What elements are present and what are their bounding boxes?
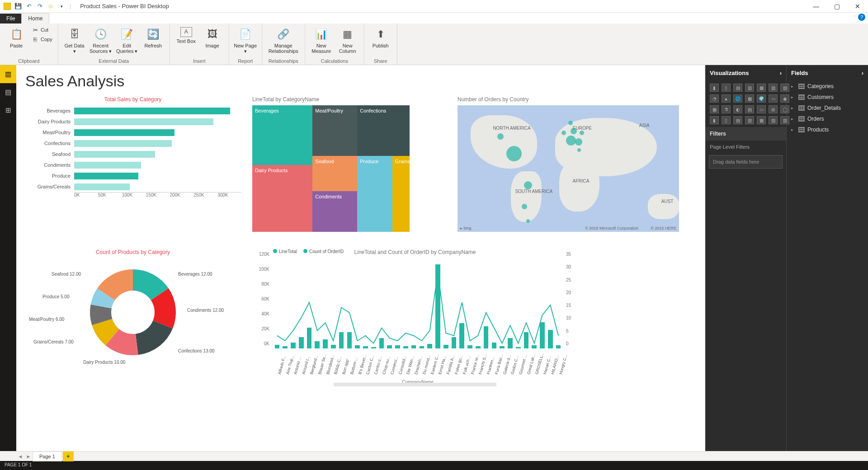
cut-button[interactable]: ✂Cut (30, 25, 54, 34)
combo-bar[interactable] (524, 332, 529, 348)
bar-row[interactable]: Seafood (24, 149, 241, 160)
treemap-cell[interactable]: Meat/Poultry (312, 105, 357, 156)
chevron-right-icon[interactable]: › (862, 70, 863, 76)
model-view-icon[interactable]: ⊞ (0, 101, 16, 119)
viz-type-icon[interactable]: ▦ (757, 116, 766, 124)
combo-bar[interactable] (500, 346, 505, 348)
viz-type-icon[interactable]: ◐ (733, 105, 742, 113)
treemap-cell[interactable]: Seafood (312, 156, 357, 191)
combo-bar[interactable] (331, 345, 336, 348)
viz-type-icon[interactable]: ▤ (733, 84, 742, 92)
filters-dropzone[interactable]: Drag data fields here (709, 155, 783, 169)
treemap-cell[interactable]: Confections (357, 105, 410, 156)
field-table-row[interactable]: ▸Orders (787, 113, 868, 124)
combo-bar[interactable] (275, 345, 280, 348)
paste-button[interactable]: 📋Paste (4, 25, 29, 50)
treemap-cell[interactable]: Grains... (392, 156, 410, 232)
undo-icon[interactable]: ↶ (24, 2, 33, 11)
combo-bar[interactable] (556, 345, 561, 348)
viz-type-icon[interactable]: ⊞ (769, 105, 778, 113)
minimize-button[interactable]: — (806, 0, 826, 13)
tab-file[interactable]: File (0, 14, 21, 24)
viz-type-icon[interactable]: 🌐 (733, 94, 742, 103)
viz-type-icon[interactable]: ▮ (710, 116, 719, 124)
page-prev-icon[interactable]: ◄ (16, 454, 24, 459)
treemap-cell[interactable]: Dairy Products (252, 165, 312, 232)
bar-row[interactable]: Confections (24, 138, 241, 149)
viz-type-icon[interactable]: ▭ (757, 105, 766, 113)
viz-type-icon[interactable]: ▤ (745, 105, 754, 113)
report-canvas[interactable]: Sales Analysis Total Sales by Category B… (16, 65, 705, 451)
combo-bar[interactable] (299, 337, 304, 348)
map-orders-country[interactable]: Number of Orders by Country NORTH AMERIC… (458, 96, 679, 241)
recent-sources-button[interactable]: 🕓Recent Sources ▾ (88, 25, 113, 56)
combo-bar[interactable] (467, 345, 472, 348)
combo-bar[interactable] (459, 323, 464, 348)
combo-bar[interactable] (403, 346, 408, 348)
combo-bar[interactable] (484, 326, 489, 349)
new-page-button[interactable]: 📄New Page ▾ (233, 25, 258, 56)
chevron-right-icon[interactable]: › (780, 70, 782, 76)
combo-bar[interactable] (307, 328, 312, 348)
viz-type-icon[interactable]: ▭ (769, 94, 778, 103)
image-button[interactable]: 🖼Image (200, 25, 225, 50)
combo-chart-company[interactable]: LineTotal and Count of OrderID by Compan… (252, 249, 578, 385)
viz-type-icon[interactable]: ◔ (710, 94, 719, 103)
copy-button[interactable]: ⎘Copy (30, 35, 54, 44)
combo-bar[interactable] (508, 338, 513, 348)
viz-type-icon[interactable]: ⚗ (722, 105, 731, 113)
refresh-button[interactable]: 🔄Refresh (141, 25, 166, 56)
viz-type-icon[interactable]: 🌍 (757, 94, 766, 103)
bar-chart-total-sales[interactable]: Total Sales by Category Beverages Dairy … (24, 96, 241, 241)
close-button[interactable]: ✕ (847, 0, 868, 13)
combo-bar[interactable] (492, 343, 497, 348)
bar-row[interactable]: Dairy Products (24, 116, 241, 127)
viz-type-icon[interactable]: ▦ (745, 94, 754, 103)
combo-bar[interactable] (411, 345, 416, 348)
textbox-button[interactable]: AText Box (174, 25, 199, 50)
combo-bar[interactable] (283, 346, 288, 348)
save-icon[interactable]: 💾 (14, 2, 23, 11)
viz-type-icon[interactable]: ▯ (722, 116, 731, 124)
fields-pane-header[interactable]: Fields› (787, 65, 868, 81)
page-next-icon[interactable]: ► (24, 454, 33, 459)
viz-type-icon[interactable]: ▮ (710, 84, 719, 92)
combo-bar[interactable] (339, 332, 344, 348)
data-view-icon[interactable]: ▤ (0, 83, 16, 101)
combo-bar[interactable] (427, 344, 432, 348)
treemap-cell[interactable]: Beverages (252, 105, 312, 165)
bar-row[interactable]: Produce (24, 170, 241, 181)
donut-count-products[interactable]: Count of Products by Category Beverages … (24, 249, 241, 385)
combo-bar[interactable] (516, 347, 521, 348)
tab-home[interactable]: Home (21, 13, 49, 24)
combo-bar[interactable] (371, 347, 376, 348)
combo-bar[interactable] (540, 322, 545, 348)
combo-bar[interactable] (548, 330, 553, 348)
field-table-row[interactable]: ▸Order_Details (787, 103, 868, 113)
viz-type-icon[interactable]: ▧ (769, 84, 778, 92)
edit-queries-button[interactable]: 📝Edit Queries ▾ (114, 25, 140, 56)
field-table-row[interactable]: ▸Categories (787, 81, 868, 92)
redo-icon[interactable]: ↷ (35, 2, 44, 11)
viz-type-icon[interactable]: ▥ (745, 116, 754, 124)
map-visual[interactable]: NORTH AMERICA SOUTH AMERICA EUROPE AFRIC… (458, 105, 679, 232)
new-column-button[interactable]: ▦New Column (335, 25, 360, 56)
combo-bar[interactable] (443, 345, 448, 348)
ribbon-collapse-icon[interactable]: ˆ (854, 15, 855, 20)
viz-type-icon[interactable]: ▧ (769, 116, 778, 124)
help-icon[interactable]: ? (858, 14, 865, 21)
combo-bar[interactable] (452, 337, 457, 348)
viz-pane-header[interactable]: Visualizations› (705, 65, 786, 81)
add-page-button[interactable]: + (63, 451, 74, 461)
publish-button[interactable]: ⬆Publish (368, 25, 393, 50)
bar-row[interactable]: Beverages (24, 105, 241, 116)
combo-bar[interactable] (435, 264, 440, 348)
combo-bar[interactable] (363, 346, 368, 348)
qat-dropdown-icon[interactable]: ▾ (57, 2, 66, 11)
bar-row[interactable]: Condiments (24, 160, 241, 170)
combo-bar[interactable] (395, 345, 400, 348)
combo-bar[interactable] (420, 346, 425, 348)
combo-bar[interactable] (532, 345, 537, 348)
manage-relationships-button[interactable]: 🔗Manage Relationships (266, 25, 301, 56)
report-view-icon[interactable]: ▥ (0, 65, 16, 83)
